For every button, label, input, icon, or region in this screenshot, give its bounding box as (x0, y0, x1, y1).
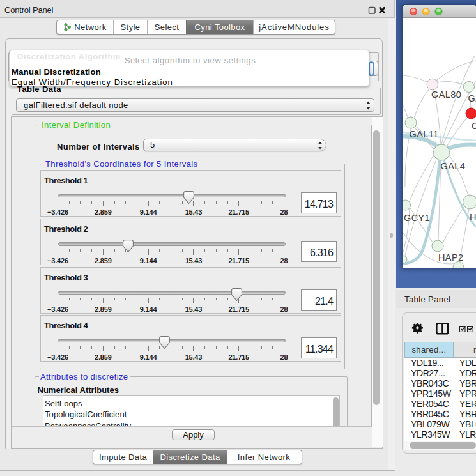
svg-text:H: H (470, 212, 476, 222)
svg-text:C: C (472, 121, 476, 131)
svg-text:GCY1: GCY1 (404, 213, 430, 223)
svg-text:GAL80: GAL80 (431, 89, 461, 100)
svg-text:GAL11: GAL11 (410, 129, 439, 139)
svg-text:HAP2: HAP2 (438, 252, 463, 263)
svg-text:GA: GA (468, 93, 476, 104)
svg-text:GAL4: GAL4 (441, 161, 466, 171)
